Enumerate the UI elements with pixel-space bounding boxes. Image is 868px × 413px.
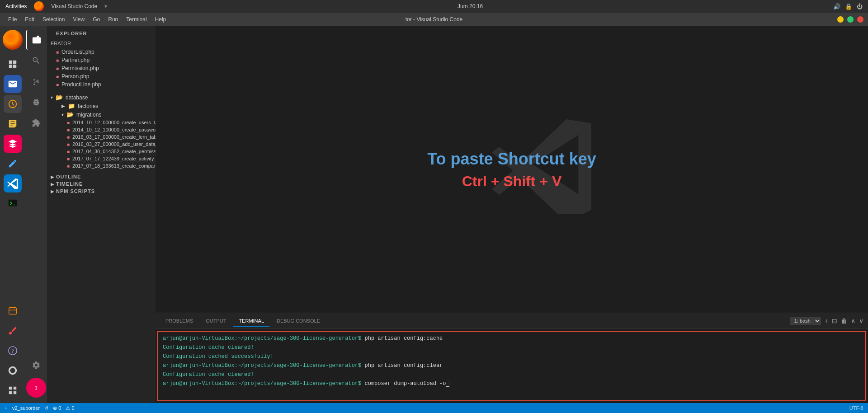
maximize-button[interactable]: [847, 16, 854, 23]
menu-edit[interactable]: Edit: [21, 15, 38, 23]
menu-view[interactable]: View: [69, 15, 88, 23]
notification-badge[interactable]: 1: [26, 378, 46, 398]
extensions-activity-icon[interactable]: [26, 113, 46, 133]
php-file-icon-2: ■: [56, 58, 59, 63]
file-explorer-sidebar: EXPLORER ERATOR ■ OrderList.php ■ Partne…: [47, 26, 156, 403]
file-migration-4[interactable]: ■ 2016_03_27_000000_add_user_data_and_ur…: [47, 141, 156, 148]
package-icon[interactable]: [4, 135, 22, 153]
main-layout: ? 1 EXP: [0, 26, 868, 403]
menu-terminal[interactable]: Terminal: [123, 15, 150, 23]
minimize-button[interactable]: [837, 16, 844, 23]
file-Person[interactable]: ■ Person.php: [47, 72, 156, 80]
file-migration-7[interactable]: ■ 2017_07_18_163613_create_companies_tab…: [47, 162, 156, 169]
system-bar-right: 🔊 🔒 ⏻: [833, 3, 863, 10]
term-line-4: arjun@arjun-VirtualBox:~/projects/sage-3…: [163, 361, 861, 370]
explorer-title: EXPLORER: [47, 26, 156, 39]
outline-section[interactable]: ▶ OUTLINE: [47, 173, 156, 180]
problems-tab[interactable]: PROBLEMS: [160, 315, 198, 326]
git-branch-icon: ⑂: [5, 405, 8, 411]
file-migration-3[interactable]: ■ 2016_03_17_000000_create_lern_tables.p…: [47, 133, 156, 141]
menu-go[interactable]: Go: [89, 15, 104, 23]
debug-activity-icon[interactable]: [26, 92, 46, 112]
terminal-dock-icon[interactable]: [4, 194, 22, 212]
php-file-icon-4: ■: [56, 74, 59, 79]
pen-icon[interactable]: [4, 155, 22, 173]
menu-selection[interactable]: Selection: [39, 15, 68, 23]
menu-help[interactable]: Help: [151, 15, 170, 23]
timeline-section[interactable]: ▶ TIMELINE: [47, 180, 156, 188]
sync-icon[interactable]: ↺: [44, 405, 48, 411]
titlebar-menu: File Edit Selection View Go Run Terminal…: [5, 15, 170, 23]
svg-rect-12: [14, 391, 16, 394]
explorer-activity-icon[interactable]: [26, 30, 46, 50]
sidebar-top-actions: ERATOR: [47, 39, 156, 48]
lock-icon[interactable]: 🔒: [845, 3, 852, 10]
help-icon[interactable]: ?: [4, 342, 22, 360]
add-terminal-icon[interactable]: +: [825, 317, 828, 324]
vscode-app-title[interactable]: Visual Studio Code: [51, 3, 97, 9]
folder-icon: 📁: [68, 103, 75, 109]
status-bar-right-info: UTF-8: [849, 405, 863, 411]
file-migration-6[interactable]: ■ 2017_07_17_122439_create_activity_log_…: [47, 155, 156, 162]
gear-activity-icon[interactable]: [26, 355, 46, 375]
window-controls: [837, 16, 863, 23]
term-line-5: Configuration cache cleared!: [163, 371, 861, 379]
terminal-tab[interactable]: TERMINAL: [233, 315, 269, 327]
term-line-2: Configuration cache cleared!: [163, 343, 861, 352]
output-tab[interactable]: OUTPUT: [200, 315, 231, 326]
file-migration-2[interactable]: ■ 2014_10_12_100000_create_password_rese…: [47, 126, 156, 133]
terminal-panel: PROBLEMS OUTPUT TERMINAL DEBUG CONSOLE 1…: [156, 313, 868, 403]
grid-icon[interactable]: [4, 381, 22, 399]
split-terminal-icon[interactable]: ⊟: [832, 317, 837, 324]
svg-rect-6: [9, 308, 17, 314]
file-migration-5[interactable]: ■ 2017_04_30_014352_create_permission_ta…: [47, 148, 156, 155]
migrations-folder-icon: 📂: [66, 111, 74, 118]
file-Permission[interactable]: ■ Permission.php: [47, 64, 156, 72]
file-OrderList[interactable]: ■ OrderList.php: [47, 48, 156, 56]
search-activity-icon[interactable]: [26, 51, 46, 70]
menu-run[interactable]: Run: [104, 15, 122, 23]
source-control-activity-icon[interactable]: [26, 71, 46, 91]
status-bar: ⑂ v2_suborder ↺ ⊗ 0 ⚠ 0 UTF-8: [0, 403, 868, 413]
file-ProductLine[interactable]: ■ ProductLine.php: [47, 80, 156, 89]
collapse-terminal-icon[interactable]: ∧: [851, 317, 855, 324]
npm-scripts-section[interactable]: ▶ NPM SCRIPTS: [47, 188, 156, 195]
firefox-dock-icon[interactable]: [3, 30, 23, 50]
notes-icon[interactable]: [4, 115, 22, 133]
errors-label[interactable]: ⊗ 0: [53, 405, 61, 411]
folder-migrations[interactable]: ▾ 📂 migrations: [47, 110, 156, 119]
brush-icon[interactable]: [4, 322, 22, 340]
mail-icon[interactable]: [4, 75, 22, 93]
expand-terminal-icon[interactable]: ∨: [859, 317, 863, 324]
power-icon[interactable]: ⏻: [857, 3, 863, 10]
terminal-body[interactable]: arjun@arjun-VirtualBox:~/projects/sage-3…: [157, 331, 866, 401]
clock-icon[interactable]: [4, 95, 22, 113]
activities-label[interactable]: Activities: [5, 3, 27, 9]
menu-file[interactable]: File: [5, 15, 20, 23]
system-time: Jum 20:16: [458, 3, 483, 9]
speaker-icon[interactable]: 🔊: [833, 3, 840, 10]
calendar-icon[interactable]: [4, 302, 22, 320]
file-Partner[interactable]: ■ Partner.php: [47, 56, 156, 64]
svg-rect-3: [13, 65, 16, 68]
firefox-icon[interactable]: [34, 1, 44, 11]
system-bar-left: Activities Visual Studio Code ▾: [5, 1, 107, 11]
vscode-dock-icon[interactable]: [4, 174, 22, 192]
svg-rect-1: [13, 61, 16, 64]
paste-shortcut-overlay: To paste Shortcut key Ctrl + Shift + V: [427, 150, 596, 190]
terminal-bash-select[interactable]: 1: bash: [790, 317, 821, 325]
term-line-3: Configuration cached successfully!: [163, 352, 861, 361]
svg-rect-9: [9, 387, 12, 390]
folder-factories[interactable]: ▶ 📁 factories: [47, 102, 156, 110]
svg-rect-11: [9, 391, 12, 394]
camera-icon[interactable]: [4, 361, 22, 380]
status-bar-right: UTF-8: [849, 405, 863, 411]
files-icon[interactable]: [4, 55, 22, 73]
file-migration-1[interactable]: ■ 2014_10_12_000000_create_users_table.p…: [47, 119, 156, 126]
warnings-label[interactable]: ⚠ 0: [66, 405, 74, 411]
git-branch-label[interactable]: v2_suborder: [12, 405, 40, 411]
close-button[interactable]: [857, 16, 863, 23]
debug-console-tab[interactable]: DEBUG CONSOLE: [271, 315, 326, 326]
trash-terminal-icon[interactable]: 🗑: [841, 317, 847, 324]
folder-database[interactable]: ▾ 📂 database: [47, 93, 156, 102]
